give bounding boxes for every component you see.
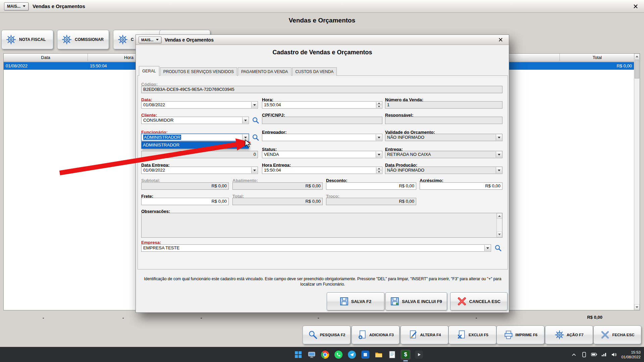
tray-chevron-icon[interactable] — [571, 352, 577, 358]
time-spinner[interactable] — [376, 102, 382, 108]
taskbar-blue-app[interactable] — [360, 350, 370, 360]
tab-geral[interactable]: GERAL — [139, 66, 159, 76]
entrega-combo[interactable]: RETIRADA NO CAIXA — [385, 151, 502, 158]
empresa-combo[interactable]: EMPRESA TESTE — [141, 244, 491, 252]
caret-down-icon — [156, 39, 159, 41]
taskbar-monitor-app[interactable] — [307, 350, 317, 360]
scroll-down-icon[interactable] — [634, 304, 640, 310]
salva-button[interactable]: SALVA F2 — [327, 292, 384, 310]
mais-menu-label: MAIS... — [7, 4, 20, 9]
battery-icon[interactable] — [591, 352, 597, 358]
taskbar-clock[interactable]: 15:53 01/08/2022 — [621, 350, 641, 359]
exclui-button[interactable]: EXCLUI F5 — [448, 325, 496, 344]
dialog-mais-menu-button[interactable]: MAIS... — [139, 37, 161, 43]
taskbar-telegram-app[interactable] — [347, 350, 357, 360]
comissionar-button[interactable]: COMISSIONAR — [57, 30, 109, 49]
desconto-field[interactable]: R$ 0,00 — [326, 182, 416, 190]
tab-custos[interactable]: CUSTOS DA VENDA — [292, 67, 337, 76]
pesquisa-button[interactable]: PESQUISA F2 — [303, 325, 351, 344]
spinner-up-icon[interactable] — [376, 167, 382, 171]
chevron-down-icon[interactable] — [496, 134, 502, 140]
textarea-scrollbar[interactable] — [496, 213, 502, 237]
spinner-down-icon[interactable] — [376, 171, 382, 174]
cliente-search-button[interactable] — [251, 116, 260, 124]
dialog-title: Vendas e Orçamentos — [165, 37, 214, 43]
grid-header-total[interactable]: Total — [560, 54, 635, 62]
grid-header-data[interactable]: Data — [4, 54, 88, 62]
main-titlebar: MAIS... Vendas e Orçamentos — [0, 0, 644, 13]
scroll-down-icon[interactable] — [497, 232, 502, 237]
funcionario-combo[interactable]: ADMINISTRADOR — [141, 134, 249, 141]
scroll-up-icon[interactable] — [497, 213, 502, 219]
nota-fiscal-button[interactable]: NOTA FISCAL — [1, 30, 53, 49]
chevron-down-icon[interactable] — [376, 152, 382, 158]
start-button[interactable] — [293, 350, 303, 360]
observacoes-textarea[interactable] — [141, 213, 502, 238]
salva-label: SALVA F2 — [351, 299, 371, 304]
dollar-glyph: $ — [404, 352, 407, 358]
data-entrega-field[interactable]: 01/08/2022 — [141, 167, 258, 174]
save-icon — [340, 297, 348, 306]
data-field[interactable]: 01/08/2022 — [141, 101, 258, 109]
fecha-button[interactable]: FECHA ESC — [593, 325, 641, 344]
taskbar-file-explorer[interactable] — [374, 350, 384, 360]
time-spinner[interactable] — [376, 167, 382, 173]
acrescimo-field[interactable]: R$ 0,00 — [420, 182, 502, 190]
notepad-icon — [388, 351, 396, 359]
dialog-heading: Cadastro de Vendas e Orçamentos — [136, 49, 509, 56]
gear-icon — [6, 34, 16, 45]
taskbar-whatsapp-app[interactable] — [333, 350, 343, 360]
subtotal-field: R$ 0,00 — [141, 182, 229, 190]
close-window-button[interactable] — [632, 3, 639, 10]
tab-pagamento[interactable]: PAGAMENTO DA VENDA — [238, 67, 291, 76]
list-item[interactable]: ADMINISTRADOR — [142, 142, 249, 148]
chevron-down-icon[interactable] — [251, 167, 257, 173]
frete-field[interactable]: R$ 0,00 — [141, 198, 229, 205]
chevron-down-icon[interactable] — [242, 117, 248, 123]
printer-icon — [503, 330, 514, 340]
acao-button[interactable]: AÇÃO F7 — [545, 325, 593, 344]
cancela-button[interactable]: CANCELA ESC — [450, 292, 507, 310]
scroll-up-icon[interactable] — [634, 54, 640, 59]
taskbar-notepad-app[interactable] — [387, 350, 397, 360]
chevron-down-icon[interactable] — [496, 167, 502, 173]
altera-label: ALTERA F4 — [420, 333, 441, 337]
taskbar-pos-app[interactable]: $ — [400, 350, 411, 360]
network-icon[interactable] — [601, 352, 607, 358]
chevron-down-icon[interactable] — [251, 102, 257, 108]
desktop-screen: MAIS... Vendas e Orçamentos Vendas e Orç… — [0, 0, 644, 362]
taskbar-media-app[interactable] — [414, 350, 424, 360]
chevron-down-icon[interactable] — [496, 152, 502, 158]
hora-field[interactable]: 15:50:04 — [262, 101, 382, 109]
entregador-combo[interactable] — [262, 134, 382, 141]
status-combo[interactable]: VENDA — [262, 151, 382, 158]
funcionario-dropdown-list[interactable]: ADMINISTRADOR — [141, 141, 249, 149]
spinner-up-icon[interactable] — [376, 102, 382, 105]
chevron-down-icon[interactable] — [484, 245, 490, 251]
app-blue-icon — [361, 351, 369, 359]
funcionario-search-button[interactable] — [251, 133, 260, 141]
folder-icon — [375, 351, 383, 359]
empresa-search-button[interactable] — [493, 244, 502, 252]
hora-entrega-field[interactable]: 15:50:04 — [262, 167, 382, 174]
funcionario-value: ADMINISTRADOR — [143, 135, 181, 140]
chevron-down-icon[interactable] — [376, 134, 382, 140]
phone-link-icon[interactable] — [581, 352, 587, 358]
altera-button[interactable]: ALTERA F4 — [400, 325, 448, 344]
total-field: R$ 0,00 — [232, 198, 323, 205]
grid-vertical-scrollbar[interactable] — [634, 54, 640, 310]
taskbar-chrome-app[interactable] — [320, 350, 330, 360]
scrollbar-thumb[interactable] — [635, 60, 639, 78]
salva-inclui-button[interactable]: SALVA E INCLUI F9 — [385, 292, 447, 310]
validade-combo[interactable]: NÃO INFORMADO — [385, 134, 502, 141]
tab-produtos[interactable]: PRODUTOS E SERVIÇOS VENDIDOS — [160, 67, 237, 76]
adiciona-button[interactable]: ADICIONA F3 — [352, 325, 399, 344]
mais-menu-button[interactable]: MAIS... — [4, 2, 29, 10]
spinner-down-icon[interactable] — [376, 105, 382, 108]
data-producao-combo[interactable]: NÃO INFORMADO — [385, 167, 502, 174]
volume-icon[interactable] — [611, 352, 617, 358]
chevron-down-icon[interactable] — [242, 134, 248, 140]
dialog-close-button[interactable] — [497, 36, 504, 44]
imprime-button[interactable]: IMPRIME F6 — [496, 325, 544, 344]
cliente-combo[interactable]: CONSUMIDOR — [141, 117, 249, 124]
